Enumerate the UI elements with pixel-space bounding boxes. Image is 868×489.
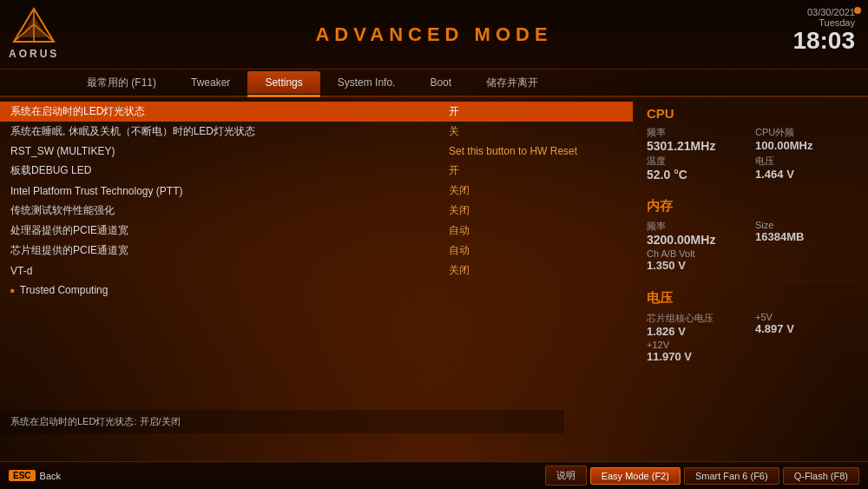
menu-item-rst-sw-label: RST_SW (MULTIKEY)	[10, 145, 449, 157]
esc-back-button[interactable]: ESC Back	[9, 470, 61, 481]
left-panel: 系统在启动时的LED灯光状态 开 系统在睡眠, 休眠及关机（不断电）时的LED灯…	[0, 97, 634, 461]
chip-volt-value: 1.826 V	[647, 325, 746, 338]
menu-item-debug-led-value: 开	[449, 163, 622, 178]
right-panel: CPU 频率 5301.21MHz CPU外频 100.00MHz 温度 52.…	[634, 97, 868, 461]
tab-boot[interactable]: Boot	[412, 71, 469, 94]
menu-item-led-boot-value: 开	[449, 104, 622, 119]
footer-left: ESC Back	[9, 470, 61, 481]
esc-icon[interactable]: ESC	[9, 470, 36, 481]
footer: ESC Back 说明 Easy Mode (F2) Smart Fan 6 (…	[0, 461, 868, 489]
menu-item-rst-sw[interactable]: RST_SW (MULTIKEY) Set this button to HW …	[0, 142, 633, 161]
plus12v-value: 11.970 V	[647, 350, 855, 363]
mem-freq-cell: 频率 3200.00MHz	[647, 220, 746, 247]
menu-item-vtd-label: VT-d	[10, 265, 449, 277]
qflash-button[interactable]: Q-Flash (F8)	[783, 467, 859, 485]
datetime-display: 03/30/2021 Tuesday 18:03	[792, 7, 855, 55]
volt-section-title: 电压	[647, 290, 855, 307]
tab-system-info[interactable]: System Info.	[320, 71, 413, 94]
menu-item-ptt-label: Intel Platform Trust Technology (PTT)	[10, 185, 449, 197]
menu-item-legacy-perf[interactable]: 传统测试软件性能强化 关闭	[0, 201, 633, 221]
logo-text: AORUS	[9, 48, 59, 60]
plus12v-label: +12V	[647, 340, 855, 350]
menu-item-led-boot-label: 系统在启动时的LED灯光状态	[10, 104, 449, 119]
plus5v-value: 4.897 V	[755, 322, 855, 335]
mem-size-value: 16384MB	[755, 230, 855, 243]
chip-volt-label: 芯片组核心电压	[647, 312, 746, 325]
cpu-temp-label: 温度	[647, 155, 746, 168]
mem-freq-value: 3200.00MHz	[647, 233, 746, 247]
tab-tweaker[interactable]: Tweaker	[174, 71, 247, 94]
cpu-ext-freq-value: 100.00MHz	[755, 139, 855, 152]
cpu-ext-freq-label: CPU外频	[755, 126, 855, 139]
info-bar: 系统在启动时的LED灯光状态: 开启/关闭	[0, 410, 564, 433]
divider-2	[647, 281, 855, 281]
menu-item-debug-led[interactable]: 板载DEBUG LED 开	[0, 161, 633, 181]
header: AORUS ADVANCED MODE 03/30/2021 Tuesday 1…	[0, 0, 868, 69]
mem-freq-label: 频率	[647, 220, 746, 233]
mem-metrics: 频率 3200.00MHz Size 16384MB	[647, 220, 855, 247]
menu-item-chipset-pcie[interactable]: 芯片组提供的PCIE通道宽 自动	[0, 241, 633, 261]
menu-item-cpu-pcie-label: 处理器提供的PCIE通道宽	[10, 223, 449, 238]
cpu-temp-value: 52.0 °C	[647, 168, 746, 182]
cpu-ext-freq-cell: CPU外频 100.00MHz	[755, 126, 855, 153]
smart-fan-button[interactable]: Smart Fan 6 (F6)	[684, 467, 779, 485]
divider-1	[647, 188, 855, 189]
menu-item-legacy-perf-value: 关闭	[449, 203, 622, 218]
aorus-logo-icon	[12, 7, 56, 46]
corner-indicator	[854, 7, 861, 14]
plus5v-cell: +5V 4.897 V	[755, 312, 855, 338]
menu-item-led-sleep[interactable]: 系统在睡眠, 休眠及关机（不断电）时的LED灯光状态 关	[0, 122, 633, 142]
menu-item-chipset-pcie-label: 芯片组提供的PCIE通道宽	[10, 243, 449, 258]
cpu-temp-cell: 温度 52.0 °C	[647, 155, 746, 182]
menu-item-vtd[interactable]: VT-d 关闭	[0, 261, 633, 281]
main-content: 系统在启动时的LED灯光状态 开 系统在睡眠, 休眠及关机（不断电）时的LED灯…	[0, 97, 868, 461]
mem-section-title: 内存	[647, 198, 855, 215]
plus12v-row: +12V 11.970 V	[647, 338, 855, 365]
logo-area: AORUS	[9, 7, 59, 60]
menu-item-trusted-computing-label: Trusted Computing	[20, 284, 449, 296]
volt-metrics: 芯片组核心电压 1.826 V +5V 4.897 V	[647, 312, 855, 338]
menu-item-rst-sw-value: Set this button to HW Reset	[449, 145, 622, 157]
cpu-volt-label: 电压	[755, 155, 855, 168]
mem-size-label: Size	[755, 220, 855, 230]
mem-volt-value: 1.350 V	[647, 259, 855, 272]
tab-most-used[interactable]: 最常用的 (F11)	[69, 70, 174, 96]
cpu-freq-label-cell: 频率 5301.21MHz	[647, 126, 746, 153]
cpu-volt-cell: 电压 1.464 V	[755, 155, 855, 182]
info-bar-text: 系统在启动时的LED灯光状态: 开启/关闭	[10, 416, 181, 426]
menu-item-ptt[interactable]: Intel Platform Trust Technology (PTT) 关闭	[0, 181, 633, 201]
tab-settings[interactable]: Settings	[247, 71, 319, 94]
nav-tabs: 最常用的 (F11) Tweaker Settings System Info.…	[0, 69, 868, 97]
mem-size-cell: Size 16384MB	[755, 220, 855, 247]
mem-volt-row: Ch A/B Volt 1.350 V	[647, 247, 855, 274]
cpu-section-title: CPU	[647, 106, 855, 121]
back-label: Back	[40, 471, 61, 481]
chip-volt-cell: 芯片组核心电压 1.826 V	[647, 312, 746, 338]
cpu-freq-value: 5301.21MHz	[647, 139, 746, 153]
cpu-freq-label: 频率	[647, 126, 746, 139]
cpu-volt-value: 1.464 V	[755, 168, 855, 181]
page-title: ADVANCED MODE	[315, 23, 552, 46]
menu-item-trusted-computing[interactable]: Trusted Computing	[0, 281, 633, 300]
menu-item-chipset-pcie-value: 自动	[449, 243, 622, 258]
menu-item-vtd-value: 关闭	[449, 263, 622, 278]
cpu-metrics: 频率 5301.21MHz CPU外频 100.00MHz 温度 52.0 °C…	[647, 126, 855, 182]
easy-mode-button[interactable]: Easy Mode (F2)	[590, 467, 681, 485]
menu-item-led-sleep-label: 系统在睡眠, 休眠及关机（不断电）时的LED灯光状态	[10, 124, 449, 139]
tab-save-exit[interactable]: 储存并离开	[469, 70, 556, 96]
menu-item-cpu-pcie-value: 自动	[449, 223, 622, 238]
plus5v-label: +5V	[755, 312, 855, 322]
menu-item-cpu-pcie[interactable]: 处理器提供的PCIE通道宽 自动	[0, 221, 633, 241]
menu-item-debug-led-label: 板载DEBUG LED	[10, 163, 449, 178]
help-button[interactable]: 说明	[545, 466, 587, 486]
menu-item-led-boot[interactable]: 系统在启动时的LED灯光状态 开	[0, 102, 633, 122]
mem-volt-label: Ch A/B Volt	[647, 248, 855, 259]
menu-item-led-sleep-value: 关	[449, 124, 622, 139]
time-display: 18:03	[792, 28, 855, 55]
menu-item-legacy-perf-label: 传统测试软件性能强化	[10, 203, 449, 218]
date-display: 03/30/2021 Tuesday	[792, 7, 855, 28]
menu-item-ptt-value: 关闭	[449, 183, 622, 198]
